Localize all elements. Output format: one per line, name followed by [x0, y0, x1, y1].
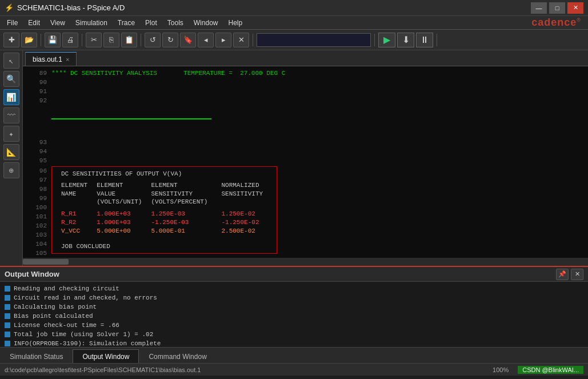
new-button[interactable]: ✚	[3, 33, 19, 47]
scroll-area[interactable]: 89 **** DC SENSITIVITY ANALYSIS TEMPERAT…	[23, 66, 588, 258]
output-dot-4	[5, 313, 10, 319]
sidebar-measure-icon[interactable]: 📐	[3, 144, 19, 160]
titlebar: ⚡ SCHEMATIC1-bias - PSpice A/D — □ ✕	[0, 0, 588, 16]
r1-value: 1.000E+03	[97, 210, 151, 218]
panel-close-button[interactable]: ✕	[571, 269, 583, 280]
line-content-92	[51, 96, 588, 138]
col-subheader-sens: SENSITIVITY	[151, 190, 217, 198]
run-button[interactable]: ▶	[378, 33, 395, 47]
bottom-panel-controls: 📌 ✕	[556, 269, 583, 280]
sensitivity-row-empty2	[61, 236, 267, 239]
menu-plot[interactable]: Plot	[141, 18, 162, 28]
output-text-4: Bias point calculated	[14, 313, 93, 320]
output-line-1: Reading and checking circuit	[5, 284, 583, 293]
output-dot-7	[5, 341, 10, 346]
toolbar: ✚ 📂 💾 🖨 ✂ ⎘ 📋 ↺ ↻ 🔖 ◂ ▸ ✕ SCHEMATIC1-bia…	[0, 30, 588, 50]
tab-close-button[interactable]: ×	[66, 56, 69, 63]
statusbar: d:\code\pcb\allegro\test\test-PSpiceFile…	[0, 363, 588, 376]
vcc-value: 5.000E+00	[97, 227, 151, 235]
sensitivity-title: DC SENSITIVITIES OF OUTPUT V(VA)	[61, 170, 267, 177]
sidebar-select-icon[interactable]: ↖	[3, 53, 19, 69]
col-header-value: ELEMENT	[97, 181, 151, 189]
save-button[interactable]: 💾	[45, 33, 61, 47]
menu-view[interactable]: View	[46, 18, 70, 28]
waveform-save-button[interactable]: ⬇	[397, 33, 414, 47]
output-text-7: INFO(ORPROBE-3190): Simulation complete	[14, 340, 161, 347]
code-line-89: 89 **** DC SENSITIVITY ANALYSIS TEMPERAT…	[23, 69, 588, 78]
output-window-title: Output Window	[5, 270, 59, 278]
output-line-6: Total job time (using Solver 1) = .02	[5, 330, 583, 339]
left-sidebar: ↖ 🔍 📊 〰 ✦ 📐 ⊕	[0, 50, 23, 266]
col-unit-value: (VOLTS/UNIT)	[97, 198, 151, 205]
tab-bar: bias.out.1 ×	[23, 50, 588, 66]
undo-button[interactable]: ↺	[145, 33, 161, 47]
forward-button[interactable]: ▸	[215, 33, 231, 47]
r2-sensitivity: -1.250E-03	[151, 218, 217, 226]
output-line-4: Bias point calculated	[5, 312, 583, 321]
r2-name: R_R2	[61, 218, 97, 226]
tab-command-window[interactable]: Command Window	[139, 349, 216, 363]
simulation-field[interactable]: SCHEMATIC1-bias	[257, 33, 371, 47]
bottom-panel: Output Window 📌 ✕ Reading and checking c…	[0, 266, 588, 363]
menu-tools[interactable]: Tools	[163, 18, 188, 28]
bookmark-button[interactable]: 🔖	[180, 33, 196, 47]
print-button[interactable]: 🖨	[62, 33, 78, 47]
line-number-90: 90	[23, 78, 51, 87]
vcc-name: V_VCC	[61, 227, 97, 235]
sensitivity-header-2: NAME VALUE SENSITIVITY SENSITIVITY	[61, 190, 267, 198]
sidebar-probe-icon[interactable]: ⊕	[3, 162, 19, 178]
output-content: Reading and checking circuit Circuit rea…	[0, 282, 588, 347]
open-button[interactable]: 📂	[21, 33, 37, 47]
line-number-93: 93	[23, 138, 51, 147]
stop-button[interactable]: ✕	[233, 33, 249, 47]
main-area: ↖ 🔍 📊 〰 ✦ 📐 ⊕ bias.out.1 × 89 **** DC SE…	[0, 50, 588, 266]
menubar: File Edit View Simulation Trace Plot Too…	[0, 16, 588, 30]
line-number-89: 89	[23, 69, 51, 78]
redo-button[interactable]: ↻	[162, 33, 178, 47]
output-dot-6	[5, 332, 10, 337]
col-subheader-value: VALUE	[97, 190, 151, 198]
line-number-91: 91	[23, 87, 51, 96]
output-dot-3	[5, 304, 10, 310]
menu-window[interactable]: Window	[189, 18, 223, 28]
col-subheader-name: NAME	[61, 190, 97, 198]
pause-button[interactable]: ⏸	[416, 33, 433, 47]
minimize-button[interactable]: —	[531, 2, 547, 14]
output-line-2: Circuit read in and checked, no errors	[5, 293, 583, 302]
menu-help[interactable]: Help	[223, 18, 247, 28]
toolbar-separator-5	[374, 34, 375, 46]
output-text-6: Total job time (using Solver 1) = .02	[14, 331, 153, 338]
menu-simulation[interactable]: Simulation	[71, 18, 112, 28]
job-concluded: JOB CONCLUDED	[61, 243, 267, 250]
sidebar-cursor-icon[interactable]: ✦	[3, 126, 19, 142]
output-line-7: INFO(ORPROBE-3190): Simulation complete	[5, 339, 583, 347]
maximize-button[interactable]: □	[549, 2, 565, 14]
tab-output-window[interactable]: Output Window	[73, 349, 139, 363]
copy-button[interactable]: ⎘	[103, 33, 119, 47]
sensitivity-table: ELEMENT ELEMENT ELEMENT NORMALIZED NAME …	[61, 181, 267, 240]
line-content-93	[51, 138, 588, 147]
tab-simulation-status[interactable]: Simulation Status	[0, 349, 73, 363]
menu-edit[interactable]: Edit	[23, 18, 45, 28]
file-tab[interactable]: bias.out.1 ×	[25, 52, 77, 66]
line-number-94: 94	[23, 147, 51, 156]
sidebar-analysis-icon[interactable]: 📊	[3, 89, 19, 105]
output-dot-1	[5, 286, 10, 292]
close-button[interactable]: ✕	[567, 2, 583, 14]
output-text-1: Reading and checking circuit	[14, 285, 119, 292]
panel-pin-button[interactable]: 📌	[556, 269, 569, 280]
sidebar-wave-icon[interactable]: 〰	[3, 107, 19, 123]
back-button[interactable]: ◂	[198, 33, 214, 47]
menu-trace[interactable]: Trace	[113, 18, 139, 28]
cut-button[interactable]: ✂	[86, 33, 102, 47]
status-path: d:\code\pcb\allegro\test\test-PSpiceFile…	[5, 366, 488, 373]
sidebar-zoom-icon[interactable]: 🔍	[3, 71, 19, 87]
status-zoom: 100%	[493, 366, 509, 373]
col-header-name: ELEMENT	[61, 181, 97, 189]
cadence-logo: cadence®	[531, 17, 586, 29]
horizontal-scrollbar[interactable]	[23, 258, 588, 266]
sensitivity-row-empty	[61, 206, 267, 209]
paste-button[interactable]: 📋	[121, 33, 137, 47]
col-unit-norm	[217, 198, 267, 205]
menu-file[interactable]: File	[2, 18, 22, 28]
